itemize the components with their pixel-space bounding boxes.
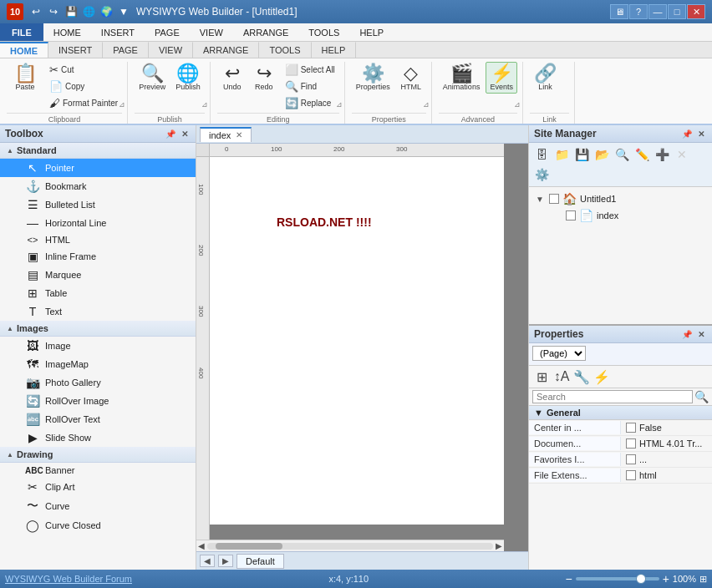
find-button[interactable]: 🔍Find bbox=[281, 79, 339, 94]
copy-button[interactable]: 📄Copy bbox=[45, 79, 122, 94]
menu-help[interactable]: HELP bbox=[349, 23, 394, 41]
menu-home[interactable]: HOME bbox=[43, 23, 91, 41]
prop-search-button[interactable]: 🔍 bbox=[694, 390, 709, 403]
editing-expand[interactable]: ⊿ bbox=[336, 100, 343, 109]
maximize-btn[interactable]: □ bbox=[668, 4, 686, 19]
tool-curve-closed[interactable]: ◯ Curve Closed bbox=[0, 516, 196, 535]
zoom-slider-track[interactable] bbox=[576, 577, 659, 580]
clipboard-expand[interactable]: ⊿ bbox=[119, 100, 125, 109]
publish-expand[interactable]: ⊿ bbox=[201, 100, 208, 109]
canvas-scroll-area[interactable]: RSLOAD.NET !!!! bbox=[210, 157, 504, 540]
events-button[interactable]: ⚡ Events bbox=[486, 62, 517, 94]
toolbox-close-btn[interactable]: ✕ bbox=[179, 128, 191, 139]
section-images[interactable]: Images bbox=[0, 321, 196, 337]
properties-search-input[interactable] bbox=[532, 390, 693, 403]
canvas-tab-close[interactable]: ✕ bbox=[236, 130, 242, 139]
menu-view[interactable]: VIEW bbox=[190, 23, 233, 41]
quick-save-btn[interactable]: ↩ bbox=[28, 4, 43, 19]
sm-publish-btn[interactable]: ✏️ bbox=[633, 145, 651, 164]
scroll-right-btn[interactable]: ▶ bbox=[496, 541, 502, 550]
prop-icon-grid[interactable]: ⊞ bbox=[532, 368, 551, 386]
prop-section-general[interactable]: ▼ General bbox=[529, 406, 712, 420]
advanced-expand[interactable]: ⊿ bbox=[514, 100, 521, 109]
paste-button[interactable]: 📋 Paste bbox=[7, 62, 43, 94]
toolbox-pin-btn[interactable]: 📌 bbox=[165, 128, 176, 139]
section-standard[interactable]: Standard bbox=[0, 143, 196, 159]
tree-index[interactable]: 📄 index bbox=[532, 207, 709, 224]
select-all-button[interactable]: ⬜Select All bbox=[281, 62, 339, 78]
help-btn[interactable]: ? bbox=[629, 4, 648, 19]
ribbon-tab-home[interactable]: HOME bbox=[0, 42, 48, 58]
link-button[interactable]: 🔗 Link bbox=[530, 62, 561, 94]
tool-bookmark[interactable]: ⚓ Bookmark bbox=[0, 177, 196, 195]
tool-marquee[interactable]: ▤ Marquee bbox=[0, 266, 196, 284]
sm-delete-btn[interactable]: ✕ bbox=[673, 145, 691, 164]
tool-rollover-image[interactable]: 🔄 RollOver Image bbox=[0, 392, 196, 410]
prop-checkbox-center[interactable] bbox=[626, 423, 636, 433]
properties-close-btn[interactable]: ✕ bbox=[695, 328, 707, 340]
tool-horizontal-line[interactable]: — Horizontal Line bbox=[0, 214, 196, 232]
scrollbar-thumb[interactable] bbox=[216, 543, 282, 550]
tool-table[interactable]: ⊞ Table bbox=[0, 284, 196, 302]
html-button[interactable]: ◇ HTML bbox=[396, 62, 426, 94]
prop-icon-sort[interactable]: ↕A bbox=[552, 368, 571, 386]
ribbon-tab-page[interactable]: PAGE bbox=[103, 42, 149, 58]
close-btn[interactable]: ✕ bbox=[687, 4, 705, 19]
menu-file[interactable]: FILE bbox=[0, 23, 43, 41]
quick-globe-btn[interactable]: 🌐 bbox=[81, 4, 96, 19]
tool-photo-gallery[interactable]: 📷 Photo Gallery bbox=[0, 373, 196, 392]
properties-dropdown[interactable]: (Page) bbox=[532, 346, 586, 361]
tool-bulleted-list[interactable]: ☰ Bulleted List bbox=[0, 195, 196, 214]
ribbon-tab-help[interactable]: HELP bbox=[312, 42, 357, 58]
tool-image[interactable]: 🖼 Image bbox=[0, 337, 196, 355]
ribbon-tab-arrange[interactable]: ARRANGE bbox=[193, 42, 259, 58]
prop-icon-lightning[interactable]: ⚡ bbox=[592, 368, 611, 386]
zoom-out-btn[interactable]: − bbox=[565, 572, 572, 585]
properties-pin-btn[interactable]: 📌 bbox=[681, 328, 693, 340]
tool-text[interactable]: T Text bbox=[0, 302, 196, 321]
status-forum-link[interactable]: WYSIWYG Web Builder Forum bbox=[5, 574, 132, 584]
sm-preview-btn[interactable]: 🔍 bbox=[613, 145, 631, 164]
site-manager-pin-btn[interactable]: 📌 bbox=[681, 128, 693, 139]
ribbon-tab-tools[interactable]: TOOLS bbox=[259, 42, 311, 58]
zoom-slider-thumb[interactable] bbox=[636, 574, 646, 584]
ribbon-tab-view[interactable]: VIEW bbox=[149, 42, 193, 58]
quick-redo-btn[interactable]: ↪ bbox=[46, 4, 61, 19]
tool-inline-frame[interactable]: ▣ Inline Frame bbox=[0, 247, 196, 266]
menu-tools[interactable]: TOOLS bbox=[298, 23, 349, 41]
monitor-btn[interactable]: 🖥 bbox=[610, 4, 628, 19]
animations-button[interactable]: 🎬 Animations bbox=[439, 62, 485, 94]
quick-arrow-btn[interactable]: ▼ bbox=[116, 4, 131, 19]
page-tab-default[interactable]: Default bbox=[236, 554, 284, 569]
ribbon-tab-insert[interactable]: INSERT bbox=[48, 42, 103, 58]
tool-slide-show[interactable]: ▶ Slide Show bbox=[0, 428, 196, 447]
tree-expand-icon[interactable]: ▼ bbox=[536, 195, 546, 204]
replace-button[interactable]: 🔄Replace bbox=[281, 95, 339, 111]
sm-save-btn[interactable]: 💾 bbox=[572, 145, 591, 164]
menu-insert[interactable]: INSERT bbox=[91, 23, 145, 41]
cut-button[interactable]: ✂Cut bbox=[45, 62, 122, 78]
redo-button[interactable]: ↪ Redo bbox=[249, 62, 279, 94]
tool-rollover-text[interactable]: 🔤 RollOver Text bbox=[0, 410, 196, 428]
tree-root[interactable]: ▼ 🏠 Untitled1 bbox=[532, 190, 709, 207]
format-painter-button[interactable]: 🖌Format Painter bbox=[45, 95, 122, 111]
preview-button[interactable]: 🔍 Preview bbox=[135, 62, 170, 94]
canvas-tab-index[interactable]: index ✕ bbox=[200, 127, 252, 142]
sm-add-btn[interactable]: ➕ bbox=[653, 145, 671, 164]
page-tab-next-btn[interactable]: ▶ bbox=[218, 555, 233, 567]
menu-page[interactable]: PAGE bbox=[145, 23, 190, 41]
prop-icon-wrench[interactable]: 🔧 bbox=[572, 368, 591, 386]
quick-net-btn[interactable]: 🌍 bbox=[99, 4, 114, 19]
sm-open-btn[interactable]: 📁 bbox=[552, 145, 571, 164]
tool-imagemap[interactable]: 🗺 ImageMap bbox=[0, 355, 196, 373]
properties-expand[interactable]: ⊿ bbox=[423, 100, 430, 109]
page-tab-prev-btn[interactable]: ◀ bbox=[200, 555, 215, 567]
sm-new-site-btn[interactable]: 🗄 bbox=[532, 145, 551, 164]
zoom-in-btn[interactable]: + bbox=[663, 572, 669, 585]
scroll-left-btn[interactable]: ◀ bbox=[198, 541, 205, 550]
site-manager-close-btn[interactable]: ✕ bbox=[695, 128, 707, 139]
prop-checkbox-extension[interactable] bbox=[626, 470, 636, 480]
tool-pointer[interactable]: ↖ Pointer bbox=[0, 159, 196, 177]
tool-banner[interactable]: ABC Banner bbox=[0, 463, 196, 478]
sm-folder-btn[interactable]: 📂 bbox=[592, 145, 611, 164]
